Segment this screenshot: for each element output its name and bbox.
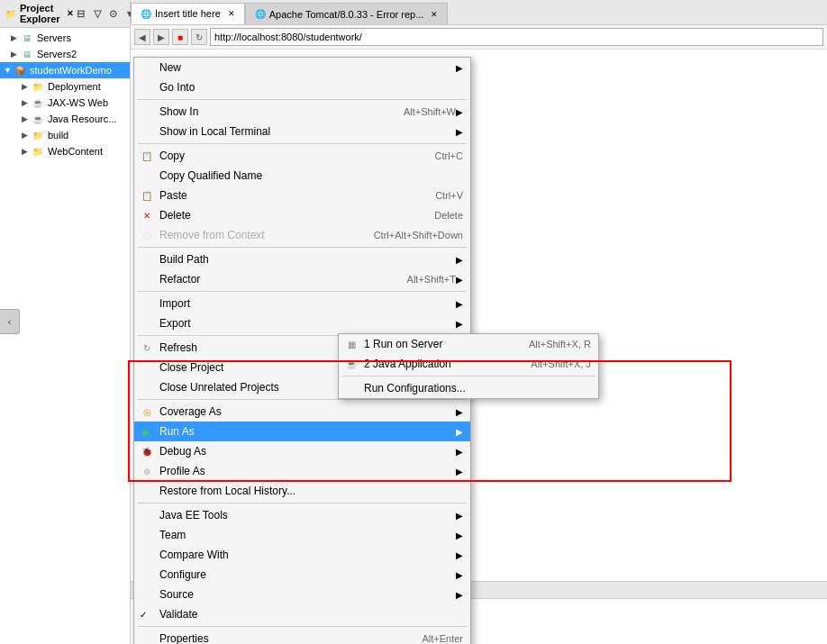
submenu-arrow: ▶ — [456, 299, 463, 309]
tab-label: Insert title here — [155, 8, 221, 19]
panel-title: Project Explorer — [20, 3, 60, 24]
submenu-javaapp-shortcut: Alt+Shift+X, J — [531, 358, 591, 369]
menu-import[interactable]: Import ▶ — [134, 294, 470, 313]
stop-button[interactable]: ■ — [172, 29, 188, 45]
collapse-icon[interactable]: ⊟ — [74, 6, 88, 21]
tab-label: Apache Tomcat/8.0.33 - Error rep... — [269, 9, 424, 20]
tree-item-deployment[interactable]: ▶ 📁 Deployment — [0, 78, 130, 95]
menu-restorefromlocal[interactable]: Restore from Local History... — [134, 481, 470, 501]
remove-icon: ◌ — [140, 228, 154, 242]
menu-team-label: Team — [159, 529, 456, 541]
menu-copyqualified[interactable]: Copy Qualified Name — [134, 166, 470, 186]
menu-coverageas-label: Coverage As — [159, 405, 456, 418]
menu-removefromcontext-shortcut: Ctrl+Alt+Shift+Down — [374, 230, 463, 240]
menu-javaeetools[interactable]: Java EE Tools ▶ — [134, 505, 470, 525]
menu-configure[interactable]: Configure ▶ — [134, 565, 470, 585]
menu-copy-shortcut: Ctrl+C — [435, 150, 463, 161]
tree-item-studentworkdemo[interactable]: ▼ 📦 studentWorkDemo — [0, 62, 130, 78]
deployment-icon: 📁 — [31, 79, 45, 94]
filter-icon[interactable]: ▽ — [90, 6, 105, 21]
tree-item-label: WebContent — [48, 146, 103, 157]
menu-copy-label: Copy — [159, 150, 417, 162]
menu-delete[interactable]: ✕ Delete Delete — [134, 205, 470, 225]
menu-refactor[interactable]: Refactor Alt+Shift+T ▶ — [134, 269, 470, 289]
menu-gointo[interactable]: Go Into — [134, 77, 470, 97]
back-button[interactable]: ◀ — [134, 29, 150, 45]
menu-gointo-label: Go Into — [159, 81, 463, 94]
submenu-runonserver[interactable]: ▦ 1 Run on Server Alt+Shift+X, R — [339, 334, 598, 354]
forward-button[interactable]: ▶ — [153, 29, 169, 45]
menu-export[interactable]: Export ▶ — [134, 313, 470, 333]
submenu-runconfigs-label: Run Configurations... — [364, 382, 591, 395]
paste-icon: 📋 — [140, 188, 154, 203]
project-icon: 📦 — [13, 63, 27, 77]
tree-item-label: Servers2 — [37, 49, 77, 59]
server2-folder-icon: 🖥 — [20, 47, 34, 61]
jaxws-icon: ☕ — [31, 95, 45, 110]
menu-export-label: Export — [159, 317, 456, 330]
menu-coverageas[interactable]: ◎ Coverage As ▶ — [134, 402, 470, 422]
refresh-button[interactable]: ↻ — [191, 29, 207, 45]
sep7 — [138, 503, 467, 503]
menu-new[interactable]: New ▶ — [134, 58, 470, 77]
server-folder-icon: 🖥 — [20, 31, 34, 45]
menu-properties-shortcut: Alt+Enter — [422, 633, 463, 644]
tree-item-servers2[interactable]: ▶ 🖥 Servers2 — [0, 46, 130, 62]
menu-properties[interactable]: Properties Alt+Enter — [134, 629, 470, 644]
tab-tomcat[interactable]: 🌐 Apache Tomcat/8.0.33 - Error rep... ✕ — [245, 3, 449, 24]
submenu-arrow: ▶ — [456, 407, 463, 417]
browser-toolbar: ◀ ▶ ■ ↻ — [131, 25, 827, 50]
java-app-icon: ☕ — [344, 357, 359, 371]
menu-import-label: Import — [159, 297, 456, 310]
menu-team[interactable]: Team ▶ — [134, 525, 470, 545]
menu-runas[interactable]: ▶ Run As ▶ — [134, 422, 470, 441]
menu-refactor-label: Refactor — [159, 273, 389, 286]
menu-copy[interactable]: 📋 Copy Ctrl+C — [134, 146, 470, 166]
tree-item-label: JAX-WS Web — [48, 97, 108, 108]
tree-item-servers[interactable]: ▶ 🖥 Servers — [0, 30, 130, 46]
tree-arrow: ▶ — [22, 82, 31, 91]
submenu-arrow: ▶ — [456, 255, 463, 265]
tree-arrow: ▶ — [22, 147, 31, 156]
scroll-back-button[interactable]: ‹ — [0, 309, 20, 334]
tree-item-label: Deployment — [48, 81, 101, 92]
sep6 — [138, 399, 467, 400]
menu-showin-shortcut: Alt+Shift+W — [404, 106, 456, 117]
menu-removefromcontext: ◌ Remove from Context Ctrl+Alt+Shift+Dow… — [134, 225, 470, 245]
url-input[interactable] — [210, 28, 823, 46]
close-icon[interactable]: ✕ — [67, 9, 74, 18]
menu-debugas[interactable]: 🐞 Debug As ▶ — [134, 441, 470, 461]
menu-profileas[interactable]: ⊛ Profile As ▶ — [134, 461, 470, 481]
tree-item-webcontent[interactable]: ▶ 📁 WebContent — [0, 143, 130, 159]
validate-check: ✓ — [140, 610, 147, 620]
tree-arrow: ▶ — [22, 114, 31, 123]
menu-showlocal[interactable]: Show in Local Terminal ▶ — [134, 122, 470, 141]
tree-arrow: ▶ — [22, 98, 31, 107]
tab-close-icon[interactable]: ✕ — [228, 9, 235, 18]
menu-showin[interactable]: Show In Alt+Shift+W ▶ — [134, 102, 470, 122]
tab2-close-icon[interactable]: ✕ — [431, 10, 438, 19]
tree-item-build[interactable]: ▶ 📁 build — [0, 127, 130, 143]
link-icon[interactable]: ⊙ — [106, 6, 121, 21]
submenu-arrow: ▶ — [456, 275, 463, 285]
menu-validate[interactable]: ✓ Validate — [134, 604, 470, 624]
submenu-runonserver-shortcut: Alt+Shift+X, R — [529, 339, 591, 349]
submenu-javaapp[interactable]: ☕ 2 Java Application Alt+Shift+X, J — [339, 354, 598, 374]
menu-buildpath[interactable]: Build Path ▶ — [134, 249, 470, 269]
tree-item-javaresources[interactable]: ▶ ☕ Java Resourc... — [0, 111, 130, 127]
tab-insert-title[interactable]: 🌐 Insert title here ✕ — [131, 3, 245, 24]
menu-restorefromlocal-label: Restore from Local History... — [159, 485, 463, 497]
tree-item-label: Servers — [37, 32, 71, 43]
submenu-runas: ▦ 1 Run on Server Alt+Shift+X, R ☕ 2 Jav… — [338, 333, 599, 399]
menu-paste[interactable]: 📋 Paste Ctrl+V — [134, 186, 470, 205]
menu-configure-label: Configure — [159, 568, 456, 581]
submenu-runconfigs[interactable]: Run Configurations... — [339, 378, 598, 398]
world-icon: 🌐 — [141, 9, 151, 19]
sep8 — [138, 626, 467, 627]
menu-source[interactable]: Source ▶ — [134, 585, 470, 604]
tree-item-jaxws[interactable]: ▶ ☕ JAX-WS Web — [0, 95, 130, 111]
run-icon: ▶ — [140, 424, 154, 439]
debug-icon: 🐞 — [140, 444, 154, 458]
menu-comparewith[interactable]: Compare With ▶ — [134, 545, 470, 565]
webcontent-icon: 📁 — [31, 144, 45, 159]
